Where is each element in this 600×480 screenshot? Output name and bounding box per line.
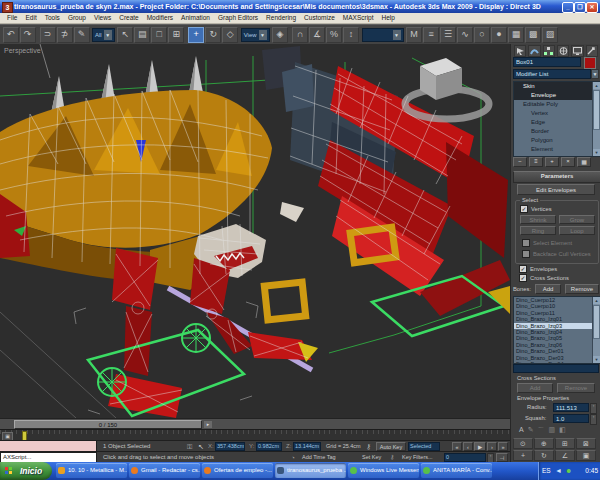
menu-item[interactable]: MAXScript [339, 13, 378, 23]
object-color-swatch[interactable] [584, 57, 596, 69]
mirror-mode-icon[interactable]: ⌒ [538, 426, 545, 436]
motion-tab-icon[interactable] [557, 45, 569, 57]
go-to-end-icon[interactable]: » [498, 442, 508, 451]
bones-scrollbar[interactable]: ▲ ▼ [592, 297, 600, 363]
cross-sections-remove-button[interactable]: Remove [557, 383, 595, 393]
menu-item[interactable]: Rendering [262, 13, 300, 23]
close-button[interactable]: ✕ [586, 2, 598, 13]
taskbar-task-button[interactable]: tiranosaurus_prueba ... [275, 463, 346, 478]
chevron-down-icon[interactable]: ▼ [591, 69, 599, 79]
select-and-link-icon[interactable]: ⊃ [40, 27, 56, 43]
volume-icon[interactable]: ◄ [555, 462, 562, 480]
loop-button[interactable]: Loop [559, 226, 595, 235]
menu-item[interactable]: Edit [21, 13, 40, 23]
language-indicator[interactable]: ES [542, 462, 551, 480]
grow-button[interactable]: Grow [559, 215, 595, 224]
ring-button[interactable]: Ring [520, 226, 556, 235]
taskbar-task-button[interactable]: Windows Live Messen... [348, 463, 419, 478]
auto-key-button[interactable]: Auto Key [376, 442, 406, 451]
restore-button[interactable]: ❐ [574, 2, 586, 13]
go-to-start-icon[interactable]: « [452, 442, 462, 451]
chevron-down-icon[interactable]: ▼ [393, 30, 401, 40]
select-and-rotate-icon[interactable]: ↻ [205, 27, 221, 43]
select-element-checkbox[interactable] [522, 239, 530, 247]
rendered-frame-icon[interactable]: ▩ [525, 27, 541, 43]
make-unique-icon[interactable]: + [545, 157, 559, 167]
start-button[interactable]: Inicio [0, 462, 52, 480]
taskbar-task-button[interactable]: Ofertas de empleo -... [202, 463, 273, 478]
current-frame-field[interactable]: 0 [444, 453, 486, 462]
taskbar-task-button[interactable]: Gmail - Redactar - cs... [129, 463, 200, 478]
angle-snap-icon[interactable]: ∡ [309, 27, 325, 43]
perspective-viewport[interactable]: Perspective [0, 44, 510, 418]
scroll-down-icon[interactable]: ▼ [593, 149, 600, 156]
radius-spinner[interactable]: ↕ [590, 403, 597, 414]
scroll-up-icon[interactable]: ▲ [593, 297, 600, 304]
menu-item[interactable]: Tools [41, 13, 64, 23]
squash-spinner[interactable]: ↕ [590, 414, 597, 425]
play-animation-icon[interactable]: ▶ [474, 442, 486, 451]
percent-snap-icon[interactable]: % [326, 27, 342, 43]
schematic-view-icon[interactable]: ○ [474, 27, 490, 43]
layer-manager-icon[interactable]: ☰ [440, 27, 456, 43]
menu-item[interactable]: Help [378, 13, 399, 23]
cross-sections-add-button[interactable]: Add [517, 383, 553, 393]
z-coordinate-field[interactable]: 13.144cm [293, 442, 321, 451]
maximize-viewport-icon[interactable]: ▣ [576, 450, 596, 461]
bind-to-spacewarp-icon[interactable]: ✎ [74, 27, 90, 43]
viewport-canvas[interactable] [0, 44, 510, 418]
parameters-rollout[interactable]: Parameters [513, 171, 600, 183]
scroll-down-icon[interactable]: ▼ [593, 356, 600, 363]
zoom-all-icon[interactable]: ⊕ [534, 438, 554, 449]
paste-icon[interactable]: ▥ [549, 426, 556, 436]
window-crossing-icon[interactable]: ⊞ [168, 27, 184, 43]
spinner-snap-icon[interactable]: ↕ [343, 27, 359, 43]
snap-toggle-icon[interactable]: ∩ [292, 27, 308, 43]
configure-stack-icon[interactable]: ▦ [577, 157, 591, 167]
menu-item[interactable]: Create [115, 13, 143, 23]
unlink-selection-icon[interactable]: ⊅ [57, 27, 73, 43]
field-of-view-icon[interactable]: ∠ [555, 450, 575, 461]
stack-scrollbar[interactable]: ▲ ▼ [592, 82, 600, 156]
modifier-stack-item[interactable]: Editable Poly [514, 100, 593, 109]
display-tab-icon[interactable] [571, 45, 583, 57]
select-and-move-icon[interactable]: + [188, 27, 204, 43]
key-mode-dropdown[interactable]: Selected [408, 442, 440, 451]
curve-editor-icon[interactable]: ∿ [457, 27, 473, 43]
squash-field[interactable]: 1.0 [553, 414, 589, 423]
menu-item[interactable]: Views [90, 13, 115, 23]
bone-filter-field[interactable] [513, 364, 599, 373]
absolute-effect-icon[interactable]: A [519, 426, 524, 436]
arc-rotate-icon[interactable]: ↻ [534, 450, 554, 461]
show-end-result-icon[interactable]: ≡ [529, 157, 543, 167]
create-tab-icon[interactable] [514, 45, 526, 57]
minimize-button[interactable]: _ [562, 2, 574, 13]
paint-weights-icon[interactable]: ✎ [528, 426, 534, 436]
object-name-field[interactable]: Box01 [513, 57, 581, 67]
render-setup-icon[interactable]: ▦ [508, 27, 524, 43]
remove-bone-button[interactable]: Remove [565, 284, 599, 294]
named-selection-sets-dropdown[interactable]: ▼ [362, 28, 404, 42]
menu-item[interactable]: Customize [300, 13, 339, 23]
redo-icon[interactable]: ↷ [20, 27, 36, 43]
mirror-icon[interactable]: M [406, 27, 422, 43]
modifier-stack-item[interactable]: Border [514, 127, 593, 136]
reference-coordinate-dropdown[interactable]: View ▼ [241, 28, 270, 42]
selection-region-icon[interactable]: □ [151, 27, 167, 43]
menu-item[interactable]: File [3, 13, 21, 23]
previous-frame-icon[interactable]: ‹ [463, 442, 473, 451]
modifier-stack-item[interactable]: Polygon [514, 136, 593, 145]
zoom-extents-icon[interactable]: ⊞ [555, 438, 575, 449]
shrink-button[interactable]: Shrink [520, 215, 556, 224]
pin-stack-icon[interactable]: − [513, 157, 527, 167]
menu-item[interactable]: Graph Editors [214, 13, 262, 23]
modifier-stack-item[interactable]: Vertex [514, 109, 593, 118]
zoom-icon[interactable]: ⊙ [513, 438, 533, 449]
selection-filter-dropdown[interactable]: All ▼ [92, 28, 115, 42]
chevron-down-icon[interactable]: ▼ [259, 30, 267, 40]
bone-list-item[interactable]: Dino_Brazo_Der04 [514, 361, 593, 363]
messenger-icon[interactable]: ☻ [565, 462, 572, 480]
add-bone-button[interactable]: Add [535, 284, 561, 294]
select-and-scale-icon[interactable]: ◇ [222, 27, 238, 43]
x-coordinate-field[interactable]: 357.438cm [215, 442, 245, 451]
